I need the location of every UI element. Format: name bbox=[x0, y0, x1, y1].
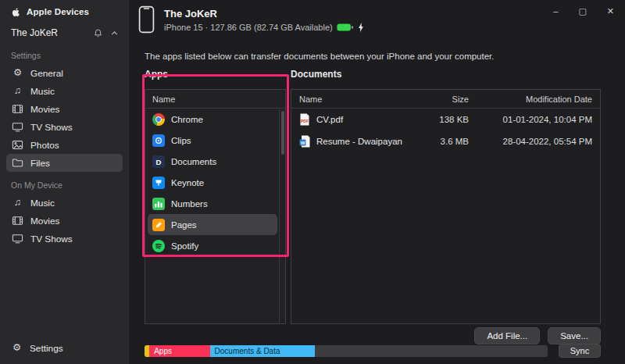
documents-panel-title: Documents bbox=[291, 69, 601, 81]
app-row-clips[interactable]: Clips bbox=[148, 130, 277, 151]
document-date: 01-01-2024, 10:04 PM bbox=[469, 115, 592, 124]
add-file-button[interactable]: Add File... bbox=[474, 327, 540, 344]
sidebar-item-label: TV Shows bbox=[30, 234, 73, 244]
documents-column-header-name[interactable]: Name bbox=[299, 95, 403, 104]
photos-icon bbox=[12, 139, 23, 151]
storage-segment-apps: Apps bbox=[149, 345, 209, 357]
document-name: CV.pdf bbox=[316, 115, 343, 124]
chevron-up-icon[interactable] bbox=[109, 28, 120, 38]
apple-logo-icon bbox=[11, 6, 21, 18]
sidebar-device-name: The JoKeR bbox=[11, 27, 87, 38]
device-header: The JoKeR iPhone 15 · 127.86 GB (82.74 G… bbox=[138, 5, 364, 34]
app-name: Spotify bbox=[171, 241, 198, 251]
folder-icon bbox=[12, 157, 23, 169]
chrome-icon bbox=[152, 113, 165, 126]
music-note-icon: ♫ bbox=[12, 197, 23, 209]
sidebar-item-label: Movies bbox=[30, 216, 59, 227]
svg-text:W: W bbox=[301, 141, 305, 145]
apps-column-header-name[interactable]: Name bbox=[145, 90, 285, 109]
film-icon bbox=[12, 103, 23, 115]
apps-panel-title: Apps bbox=[145, 69, 286, 81]
gear-icon: ⚙ bbox=[12, 67, 23, 79]
sidebar-item-label: Movies bbox=[30, 104, 59, 115]
sidebar-device-selector[interactable]: The JoKeR bbox=[0, 23, 129, 42]
app-name: Chrome bbox=[171, 115, 203, 124]
clips-icon bbox=[152, 134, 165, 147]
sidebar-item-label: General bbox=[30, 68, 63, 79]
app-name: Documents bbox=[171, 157, 216, 166]
storage-segment-documents-data: Documents & Data bbox=[210, 345, 315, 357]
maximize-button[interactable]: ▢ bbox=[578, 6, 586, 16]
numbers-icon bbox=[152, 198, 165, 210]
apps-table: Name Chrome Clips D Documents bbox=[145, 89, 286, 324]
sidebar-item-device-music[interactable]: ♫ Music bbox=[6, 194, 123, 212]
sidebar-item-tv-shows[interactable]: TV Shows bbox=[6, 118, 123, 136]
main-content: – ▢ ✕ The JoKeR iPhone 15 · 127.86 GB (8… bbox=[129, 0, 625, 364]
document-name: Resume - Dwaipayan Sengupta.docx bbox=[316, 137, 403, 146]
pages-icon bbox=[152, 219, 165, 231]
apps-panel: Apps Name Chrome Clips D Docu bbox=[145, 69, 286, 324]
battery-icon bbox=[337, 23, 354, 32]
sidebar-item-label: Music bbox=[30, 198, 55, 209]
charging-bolt-icon bbox=[358, 23, 364, 32]
app-window: Apple Devices The JoKeR Settings ⚙ Gener… bbox=[0, 0, 625, 364]
app-name: Numbers bbox=[171, 199, 208, 209]
spotify-icon bbox=[152, 240, 165, 252]
documents-column-header-date[interactable]: Modification Date bbox=[469, 95, 592, 104]
transfer-description: The apps listed below can transfer docum… bbox=[145, 52, 494, 61]
sidebar-item-photos[interactable]: Photos bbox=[6, 136, 123, 154]
sidebar-section-on-my-device: On My Device bbox=[0, 172, 129, 194]
app-row-keynote[interactable]: Keynote bbox=[148, 172, 277, 193]
app-name: Clips bbox=[171, 136, 191, 145]
app-name: Pages bbox=[171, 220, 197, 230]
sidebar-settings-button[interactable]: ⚙ Settings bbox=[0, 342, 129, 364]
sidebar-item-device-movies[interactable]: Movies bbox=[6, 212, 123, 230]
storage-footer: Apps Documents & Data Sync bbox=[145, 344, 601, 358]
sync-button[interactable]: Sync bbox=[559, 344, 601, 358]
word-file-icon: W bbox=[299, 135, 310, 148]
app-row-numbers[interactable]: Numbers bbox=[148, 193, 277, 214]
document-date: 28-04-2022, 05:54 PM bbox=[469, 137, 592, 146]
minimize-button[interactable]: – bbox=[553, 6, 558, 16]
sidebar-item-music[interactable]: ♫ Music bbox=[6, 82, 123, 100]
bell-icon[interactable] bbox=[93, 28, 103, 38]
close-button[interactable]: ✕ bbox=[607, 6, 614, 16]
device-title: The JoKeR bbox=[164, 8, 364, 20]
app-row-pages[interactable]: Pages bbox=[148, 214, 277, 235]
tv-icon bbox=[12, 121, 23, 133]
sidebar-item-label: Music bbox=[30, 86, 55, 97]
sidebar-item-general[interactable]: ⚙ General bbox=[6, 64, 123, 82]
app-row-documents[interactable]: D Documents bbox=[148, 151, 277, 172]
documents-table: Name Size Modification Date PDF CV.pdf 1… bbox=[291, 89, 601, 324]
music-note-icon: ♫ bbox=[12, 85, 23, 97]
pdf-file-icon: PDF bbox=[299, 113, 310, 126]
tv-icon bbox=[12, 233, 23, 244]
documents-panel: Documents Name Size Modification Date PD… bbox=[291, 69, 601, 324]
film-icon bbox=[12, 215, 23, 227]
sidebar-item-label: TV Shows bbox=[30, 122, 73, 133]
documents-column-header-size[interactable]: Size bbox=[403, 95, 469, 104]
app-row-spotify[interactable]: Spotify bbox=[148, 235, 277, 256]
document-size: 3.6 MB bbox=[403, 137, 469, 146]
document-actions: Add File... Save... bbox=[474, 327, 601, 344]
sidebar-section-settings: Settings bbox=[0, 42, 129, 64]
app-row-chrome[interactable]: Chrome bbox=[148, 109, 277, 130]
document-row-resume-docx[interactable]: W Resume - Dwaipayan Sengupta.docx 3.6 M… bbox=[291, 130, 600, 152]
sidebar-item-movies[interactable]: Movies bbox=[6, 100, 123, 118]
window-controls: – ▢ ✕ bbox=[553, 6, 614, 16]
sidebar-item-files[interactable]: Files bbox=[6, 154, 123, 172]
device-info: iPhone 15 · 127.86 GB (82.74 GB Availabl… bbox=[164, 23, 333, 32]
apps-scrollbar[interactable] bbox=[279, 109, 285, 323]
sidebar-item-label: Files bbox=[30, 158, 50, 169]
save-button[interactable]: Save... bbox=[548, 327, 601, 344]
sidebar-titlebar: Apple Devices bbox=[0, 0, 129, 23]
keynote-icon bbox=[152, 177, 165, 189]
sidebar-item-label: Photos bbox=[30, 140, 59, 151]
sidebar-footer-label: Settings bbox=[30, 343, 63, 354]
app-name: Keynote bbox=[171, 178, 204, 187]
svg-text:D: D bbox=[156, 157, 162, 166]
storage-usage-bar: Apps Documents & Data bbox=[145, 345, 548, 357]
sidebar-item-device-tv-shows[interactable]: TV Shows bbox=[6, 230, 123, 248]
document-size: 138 KB bbox=[403, 115, 469, 124]
document-row-cv-pdf[interactable]: PDF CV.pdf 138 KB 01-01-2024, 10:04 PM bbox=[291, 109, 600, 130]
